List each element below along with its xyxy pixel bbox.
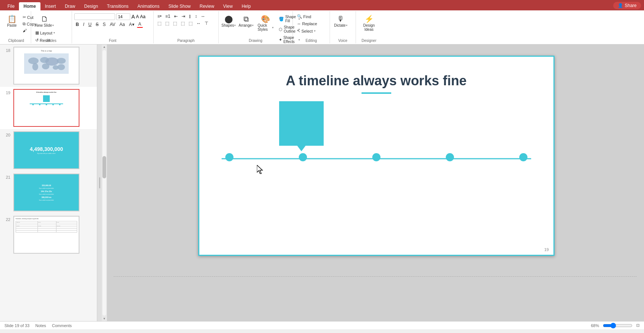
timeline-dot-4[interactable]: [446, 153, 454, 161]
slide-thumb-22[interactable]: Sometimes, reviewing concepts is a good …: [13, 216, 79, 254]
tab-review[interactable]: Review: [195, 2, 219, 10]
columns-button[interactable]: ⫿: [187, 13, 193, 19]
italic-button[interactable]: I: [82, 22, 86, 27]
tab-help[interactable]: Help: [237, 2, 255, 10]
bold-button[interactable]: B: [74, 22, 81, 27]
svg-point-5: [32, 63, 38, 70]
font-size-input[interactable]: [116, 13, 130, 20]
tab-animations[interactable]: Animations: [133, 2, 164, 10]
svg-point-6: [42, 63, 49, 69]
char-spacing-button[interactable]: AV: [108, 22, 117, 27]
slide-item-19[interactable]: 19 A timeline always works fine: [0, 87, 97, 129]
line-spacing-button[interactable]: ↕: [193, 13, 199, 19]
share-button[interactable]: 👤 Share: [613, 2, 641, 9]
select-icon: ↖: [297, 29, 300, 33]
slide-number-18: 18: [3, 47, 10, 53]
highlight-color-button[interactable]: A▾: [128, 22, 136, 27]
align-right-button[interactable]: ⬚: [171, 20, 179, 26]
font-case-button[interactable]: Aa: [118, 22, 127, 27]
font-name-input[interactable]: [74, 13, 115, 20]
timeline-dot-3[interactable]: [372, 153, 380, 161]
clear-format-button[interactable]: Aa: [140, 14, 146, 19]
tab-design[interactable]: Design: [80, 2, 102, 10]
panel-resizer[interactable]: [97, 44, 102, 321]
slide-item-22[interactable]: 22 Sometimes, reviewing concepts is a go…: [0, 214, 97, 256]
tab-slideshow[interactable]: Slide Show: [164, 2, 195, 10]
comments-button[interactable]: Comments: [52, 323, 72, 328]
slide-title-area: A timeline always works fine: [199, 73, 553, 94]
svg-marker-9: [257, 165, 262, 174]
notes-button[interactable]: Notes: [35, 323, 46, 328]
designer-label: Designer: [356, 39, 382, 43]
numbered-button[interactable]: ≡1: [164, 13, 172, 19]
slide-boundary-line: [114, 276, 637, 277]
shapes-button[interactable]: ⬤ Shapes ▾: [221, 13, 236, 29]
slide-page-number: 19: [544, 247, 549, 252]
drawing-label: Drawing: [219, 39, 292, 43]
increase-indent-button[interactable]: ⇥: [180, 13, 187, 19]
bullets-button[interactable]: ≡•: [156, 13, 163, 19]
scroll-thumb[interactable]: [102, 156, 106, 178]
smart-art-button[interactable]: ⬚: [187, 20, 194, 26]
zoom-level: 68%: [591, 323, 599, 328]
paste-button[interactable]: 📋 Paste: [4, 13, 20, 29]
quick-styles-icon: 🎨: [261, 14, 270, 23]
align-center-button[interactable]: ⬚: [164, 20, 171, 26]
align-left-button[interactable]: ⬚: [156, 20, 163, 26]
slide-thumb-19[interactable]: A timeline always works fine: [13, 89, 79, 127]
font-color-button[interactable]: A: [137, 21, 143, 28]
strikethrough-button[interactable]: S: [94, 22, 100, 27]
timeline-dot-2[interactable]: [299, 153, 307, 161]
scroll-up-arrow[interactable]: ▲: [103, 45, 106, 49]
canvas-area[interactable]: ▲ ▼ A timeline always works fine: [102, 44, 644, 321]
timeline-dots: [222, 153, 531, 161]
decrease-indent-button[interactable]: ⇤: [173, 13, 179, 19]
slide-panel[interactable]: 18 This is a map: [0, 44, 97, 321]
slide-item-20[interactable]: 20 4,498,300,000 Big surface with your s…: [0, 129, 97, 171]
dictate-button[interactable]: 🎙 Dictate ▾: [332, 13, 349, 29]
slide-number-21: 21: [3, 174, 10, 179]
voice-group: 🎙 Dictate ▾ Voice: [330, 11, 356, 43]
arrange-button[interactable]: ⧉ Arrange ▾: [238, 13, 254, 29]
layout-arrow: ▾: [53, 31, 55, 34]
cursor-indicator: [257, 165, 264, 175]
callout-box[interactable]: [279, 101, 324, 146]
justify-button[interactable]: ⬚: [179, 20, 186, 26]
tab-transitions[interactable]: Transitions: [102, 2, 133, 10]
voice-label: Voice: [330, 39, 356, 43]
timeline-dot-1[interactable]: [225, 153, 233, 161]
tab-view[interactable]: View: [219, 2, 237, 10]
zoom-slider[interactable]: [603, 323, 632, 329]
text-align-button[interactable]: ⊤: [203, 20, 210, 26]
tab-insert[interactable]: Insert: [40, 2, 61, 10]
decrease-font-button[interactable]: A: [136, 14, 139, 19]
quick-styles-button[interactable]: 🎨 Quick Styles ▾: [256, 13, 275, 33]
slide-number-20: 20: [3, 131, 10, 137]
tab-draw[interactable]: Draw: [61, 2, 80, 10]
slide-canvas[interactable]: A timeline always works fine: [198, 56, 555, 256]
new-slide-button[interactable]: 🗋 New Slide ▾: [33, 13, 56, 29]
paragraph-direction-button[interactable]: ↔: [199, 13, 207, 19]
shadow-button[interactable]: S: [101, 22, 107, 27]
slide-item-18[interactable]: 18 This is a map: [0, 44, 97, 87]
slide-thumb-20[interactable]: 4,498,300,000 Big surface with your subt…: [13, 131, 79, 169]
underline-button[interactable]: U: [87, 22, 93, 27]
slide-thumb-18[interactable]: This is a map: [13, 47, 79, 85]
tab-file[interactable]: File: [3, 2, 19, 10]
scroll-down-arrow[interactable]: ▼: [103, 317, 106, 320]
design-ideas-button[interactable]: ⚡ Design Ideas: [358, 13, 380, 33]
dictate-icon: 🎙: [337, 14, 344, 23]
timeline-dot-5[interactable]: [519, 153, 527, 161]
increase-font-button[interactable]: A: [131, 14, 135, 20]
text-direction-button[interactable]: ↔: [195, 20, 202, 26]
fit-slide-button[interactable]: ⊡: [636, 323, 640, 328]
replace-button[interactable]: ↔ Replace: [295, 21, 319, 27]
slide-item-21[interactable]: 21 333,000.00 Some subtitle text placeho…: [0, 171, 97, 214]
layout-button[interactable]: ▦ Layout ▾: [33, 30, 57, 36]
arrange-arrow: ▾: [252, 24, 254, 27]
select-button[interactable]: ↖ Select ▾: [295, 28, 317, 34]
tab-home[interactable]: Home: [19, 2, 40, 10]
slide-thumb-21[interactable]: 333,000.00 Some subtitle text placeholde…: [13, 174, 79, 211]
find-button[interactable]: 🔍 Find: [295, 13, 313, 20]
vertical-scrollbar[interactable]: ▲ ▼: [102, 44, 107, 321]
